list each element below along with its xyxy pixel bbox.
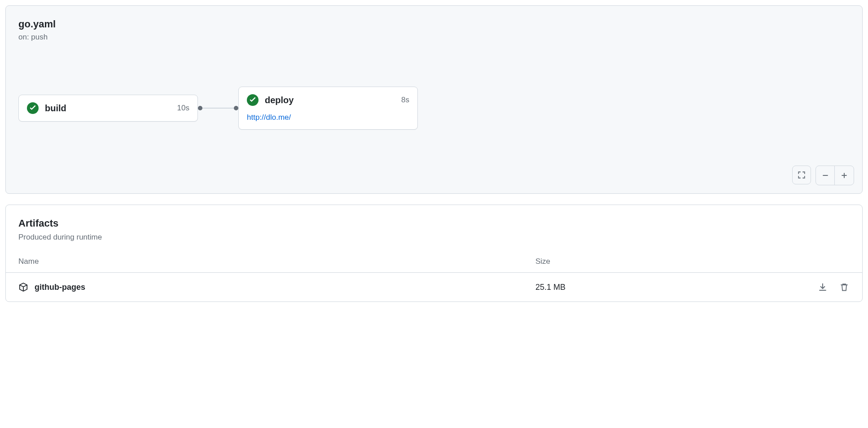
zoom-out-button[interactable]: [816, 166, 835, 185]
column-header-size: Size: [535, 257, 805, 266]
job-deploy-url: http://dlo.me/: [239, 113, 417, 129]
zoom-in-button[interactable]: [835, 166, 854, 185]
check-circle-icon: [27, 102, 39, 114]
deploy-url-link[interactable]: http://dlo.me/: [247, 113, 291, 122]
download-button[interactable]: [817, 282, 828, 293]
fullscreen-icon: [798, 171, 806, 179]
job-name: deploy: [265, 95, 395, 105]
connector-dot-icon: [234, 106, 238, 110]
job-duration: 8s: [401, 96, 409, 105]
trash-icon: [840, 283, 849, 292]
job-card-build[interactable]: build 10s: [18, 95, 198, 122]
workflow-trigger: on: push: [18, 33, 850, 42]
artifact-name[interactable]: github-pages: [35, 283, 85, 292]
artifacts-panel: Artifacts Produced during runtime Name S…: [5, 205, 863, 302]
artifacts-table-header: Name Size: [6, 251, 862, 273]
minus-icon: [821, 171, 829, 179]
connector-line: [202, 108, 234, 109]
artifacts-table: Name Size github-pages 25.1 MB: [6, 251, 862, 301]
job-card-deploy[interactable]: deploy 8s http://dlo.me/: [238, 87, 418, 130]
fullscreen-button[interactable]: [792, 166, 811, 184]
artifacts-title: Artifacts: [18, 218, 850, 229]
artifacts-subtitle: Produced during runtime: [18, 233, 850, 242]
jobs-graph: build 10s deploy 8s http://dlo.me/: [18, 87, 850, 130]
check-circle-icon: [247, 94, 259, 106]
delete-button[interactable]: [839, 282, 850, 293]
table-row: github-pages 25.1 MB: [6, 273, 862, 301]
workflow-panel: go.yaml on: push build 10s deploy 8: [5, 5, 863, 194]
package-icon: [18, 282, 28, 292]
job-duration: 10s: [177, 104, 189, 113]
column-header-name: Name: [18, 257, 535, 266]
zoom-group: [815, 166, 854, 185]
download-icon: [818, 283, 827, 292]
job-name: build: [45, 103, 171, 114]
zoom-controls: [792, 166, 854, 185]
plus-icon: [840, 171, 848, 179]
connector-dot-icon: [198, 106, 202, 110]
artifact-size: 25.1 MB: [535, 283, 566, 292]
job-connector: [198, 106, 238, 110]
workflow-title: go.yaml: [18, 18, 850, 30]
